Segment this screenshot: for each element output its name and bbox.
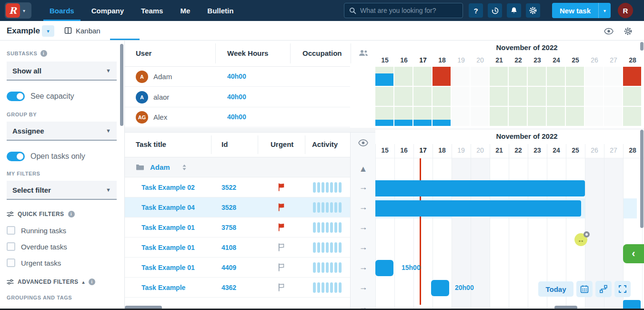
- board-title-caret[interactable]: ▾: [42, 25, 54, 37]
- global-search[interactable]: [344, 3, 463, 18]
- gantt-bar-task-3522[interactable]: [375, 180, 585, 196]
- new-task-button[interactable]: New task: [552, 3, 598, 18]
- capacity-vertical-scrollbar[interactable]: [640, 42, 644, 51]
- task-title[interactable]: Task Example 04: [141, 204, 195, 211]
- capacity-cell-alex-22: [509, 107, 528, 127]
- today-button[interactable]: Today: [538, 281, 574, 297]
- urgent-flag[interactable]: [258, 243, 305, 251]
- sidebar-scrollbar[interactable]: [120, 44, 123, 126]
- group-name: Adam: [150, 163, 170, 171]
- user-name: Adam: [153, 72, 172, 81]
- help-button[interactable]: ?: [469, 3, 483, 18]
- urgent-flag[interactable]: [258, 183, 305, 191]
- open-task-arrow[interactable]: →: [351, 202, 376, 212]
- checkbox-running-tasks[interactable]: Running tasks: [7, 226, 117, 235]
- task-title[interactable]: Task Example 01: [141, 264, 195, 271]
- info-icon[interactable]: i: [68, 211, 75, 217]
- main-nav-tabs: BoardsCompanyTeamsMeBulletin: [50, 0, 233, 21]
- nav-tab-company[interactable]: Company: [91, 0, 124, 21]
- board-toolbar: Example ▾ Kanban Gantt: [0, 21, 644, 41]
- open-task-arrow[interactable]: →: [351, 182, 376, 192]
- task-row-3522[interactable]: Task Example 02 3522: [125, 177, 350, 197]
- user-name: Alex: [153, 113, 167, 121]
- urgent-flag[interactable]: [258, 263, 305, 271]
- eye-icon[interactable]: [358, 139, 368, 148]
- new-task-caret[interactable]: ▾: [598, 3, 611, 18]
- urgent-flag[interactable]: [258, 223, 305, 231]
- day-header-19: 19: [452, 144, 471, 157]
- app-logo-menu[interactable]: R ▾: [5, 2, 31, 19]
- checkbox-box[interactable]: [7, 242, 15, 251]
- gantt-bar-task-3528[interactable]: [375, 200, 581, 217]
- nav-tab-boards[interactable]: Boards: [50, 0, 74, 21]
- notifications-button[interactable]: [507, 3, 521, 18]
- nav-tab-teams[interactable]: Teams: [141, 0, 163, 21]
- task-title[interactable]: Task Example 01: [141, 244, 195, 251]
- checkbox-box[interactable]: [7, 258, 15, 267]
- collapse-group-caret[interactable]: ▲: [351, 164, 376, 174]
- task-id: 3758: [221, 224, 236, 231]
- task-row-4362[interactable]: Task Example 4362: [125, 278, 350, 298]
- collapse-panel-button[interactable]: ‹: [623, 244, 644, 263]
- settings-button[interactable]: [526, 3, 540, 18]
- capacity-cell-alex-20: [471, 107, 490, 127]
- day-header-19: 19: [452, 53, 471, 67]
- fullscreen-button[interactable]: [614, 281, 631, 297]
- calendar-view-button[interactable]: [576, 281, 593, 297]
- gantt-bar-short[interactable]: [375, 260, 393, 276]
- see-capacity-row: See capacity: [7, 91, 117, 102]
- urgent-flag[interactable]: [258, 283, 305, 291]
- task-title[interactable]: Task Example 02: [141, 184, 195, 191]
- bar-hours-label: 15h00: [402, 264, 421, 271]
- capacity-cell-alaor-26: [585, 87, 604, 107]
- user-row-alaor[interactable]: A alaor 40h00: [125, 87, 350, 107]
- group-row-adam[interactable]: Adam: [125, 157, 350, 177]
- task-row-4409[interactable]: Task Example 01 4409: [125, 258, 350, 278]
- user-row-adam[interactable]: A Adam 40h00: [125, 67, 350, 87]
- open-task-arrow[interactable]: →: [351, 282, 376, 292]
- my-filters-dropdown[interactable]: Select filter▼: [7, 181, 117, 200]
- task-row-3758[interactable]: Task Example 01 3758: [125, 217, 350, 238]
- chevron-left-icon: ‹: [632, 248, 635, 260]
- task-title[interactable]: Task Example: [141, 284, 185, 291]
- group-by-dropdown[interactable]: Assignee▼: [7, 122, 117, 141]
- task-row-4108[interactable]: Task Example 01 4108: [125, 238, 350, 258]
- urgent-flag[interactable]: [258, 203, 305, 211]
- day-header-15: 15: [375, 53, 394, 67]
- open-task-arrow[interactable]: →: [351, 262, 376, 272]
- user-table-header: User Week Hours Occupation: [125, 41, 350, 67]
- user-avatar[interactable]: R: [618, 3, 633, 18]
- subtasks-dropdown[interactable]: Show all▼: [7, 62, 117, 81]
- advanced-filters-header[interactable]: ADVANCED FILTERS ▴ i: [7, 278, 117, 286]
- open-task-arrow[interactable]: →: [351, 242, 376, 252]
- dependencies-button[interactable]: [595, 281, 612, 297]
- capacity-cell-alex-25: [566, 107, 585, 127]
- checkbox-urgent-tasks[interactable]: Urgent tasks: [7, 258, 117, 268]
- board-settings-button[interactable]: [622, 25, 634, 37]
- see-capacity-toggle[interactable]: [7, 92, 25, 101]
- task-title[interactable]: Task Example 01: [141, 224, 195, 231]
- history-button[interactable]: [488, 3, 502, 18]
- quick-filters-header[interactable]: QUICK FILTERSi: [7, 210, 117, 218]
- info-icon[interactable]: i: [89, 279, 95, 285]
- user-row-alex[interactable]: AG Alex 40h00: [125, 107, 350, 127]
- tab-kanban[interactable]: Kanban: [64, 21, 101, 40]
- gantt-vertical-scrollbar[interactable]: [640, 130, 644, 228]
- task-row-3528[interactable]: Task Example 04 3528: [125, 197, 350, 217]
- nav-tab-me[interactable]: Me: [180, 0, 190, 21]
- info-icon[interactable]: i: [40, 50, 47, 57]
- gantt-bar-partial[interactable]: [623, 300, 641, 310]
- search-input[interactable]: [360, 7, 458, 14]
- checkbox-box[interactable]: [7, 226, 15, 235]
- nav-tab-bulletin[interactable]: Bulletin: [207, 0, 233, 21]
- board-visibility-button[interactable]: [603, 25, 614, 37]
- sort-icon[interactable]: [182, 164, 187, 173]
- open-task-arrow[interactable]: →: [351, 222, 376, 232]
- users-icon[interactable]: [358, 49, 369, 59]
- open-tasks-toggle[interactable]: [7, 152, 25, 161]
- checkbox-overdue-tasks[interactable]: Overdue tasks: [7, 242, 117, 251]
- drag-handle-dot[interactable]: [584, 231, 590, 238]
- open-tasks-label: Open tasks only: [30, 152, 85, 161]
- capacity-cell-alaor-27: [604, 87, 623, 107]
- day-header-16: 16: [394, 144, 413, 157]
